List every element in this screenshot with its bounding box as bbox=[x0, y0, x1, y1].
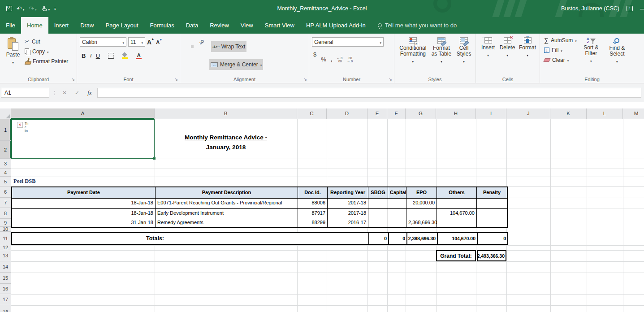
table-cell[interactable] bbox=[368, 199, 388, 209]
formula-bar-splitter[interactable]: ⋮ bbox=[52, 90, 57, 96]
enter-icon[interactable]: ✓ bbox=[72, 90, 82, 96]
table-cell[interactable]: Remedy Agreements bbox=[156, 219, 298, 227]
table-cell[interactable]: 31-Jan-18 bbox=[12, 219, 156, 227]
table-cell[interactable] bbox=[477, 219, 507, 227]
align-left-button[interactable] bbox=[183, 63, 186, 66]
table-cell[interactable]: 104,670.00 bbox=[437, 209, 477, 219]
row-header-8[interactable]: 8 bbox=[0, 208, 11, 219]
tab-smart-view[interactable]: Smart View bbox=[259, 17, 300, 34]
align-middle-button[interactable] bbox=[187, 45, 190, 48]
insert-function-icon[interactable]: fx bbox=[85, 89, 94, 96]
row-header-12[interactable]: 12 bbox=[0, 245, 11, 250]
row-header-1[interactable]: 1 bbox=[0, 119, 11, 141]
ribbon-display-options-icon[interactable]: ↑ bbox=[627, 6, 633, 11]
row-header-15[interactable]: 15 bbox=[0, 273, 11, 284]
tab-data[interactable]: Data bbox=[180, 17, 204, 34]
tab-home[interactable]: Home bbox=[21, 17, 48, 34]
sort-filter-button[interactable]: AZ Sort & Filter bbox=[578, 35, 604, 66]
number-dialog-launcher[interactable] bbox=[389, 77, 392, 82]
table-cell[interactable] bbox=[437, 219, 477, 227]
board-name-cell[interactable]: Peel DSB bbox=[13, 178, 36, 185]
increase-indent-button[interactable] bbox=[202, 63, 204, 66]
touch-mode-icon[interactable] bbox=[41, 5, 50, 12]
table-cell[interactable] bbox=[388, 199, 406, 209]
tab-hp-alm-upload-add-in[interactable]: HP ALM Upload Add-in bbox=[300, 17, 372, 34]
format-painter-button[interactable]: Format Painter bbox=[23, 56, 69, 66]
row-header-10[interactable]: 10 bbox=[0, 227, 11, 232]
align-top-button[interactable] bbox=[183, 45, 186, 48]
document-title-cell[interactable]: Monthly Remittance Advice - January, 201… bbox=[155, 133, 297, 152]
row-header-4[interactable]: 4 bbox=[0, 169, 11, 177]
tab-formulas[interactable]: Formulas bbox=[144, 17, 180, 34]
column-header-i[interactable]: I bbox=[476, 108, 506, 119]
row-header-11[interactable]: 11 bbox=[0, 232, 11, 245]
wrap-text-button[interactable]: ab↩ Wrap Text bbox=[211, 41, 246, 52]
tab-page-layout[interactable]: Page Layout bbox=[100, 17, 144, 34]
clipboard-dialog-launcher[interactable] bbox=[71, 77, 75, 82]
shrink-font-button[interactable]: A▼ bbox=[156, 39, 162, 45]
fill-button[interactable]: ↓Fill bbox=[543, 45, 578, 55]
totals-value-cell[interactable]: 2,388,696.30 bbox=[406, 233, 437, 244]
name-box[interactable]: A1 bbox=[1, 88, 49, 98]
totals-value-cell[interactable]: 104,670.00 bbox=[437, 233, 477, 244]
column-header-l[interactable]: L bbox=[587, 108, 623, 119]
worksheet-grid[interactable]: ABCDEFGHIJKLM 12345678910111213141516171… bbox=[0, 108, 644, 312]
tab-draw[interactable]: Draw bbox=[74, 17, 99, 34]
row-header-5[interactable]: 5 bbox=[0, 177, 11, 186]
row-header-14[interactable]: 14 bbox=[0, 261, 11, 273]
table-cell[interactable] bbox=[437, 199, 477, 209]
decrease-decimal-icon[interactable]: .00 →.0 bbox=[347, 56, 353, 63]
undo-icon[interactable]: ↶ bbox=[17, 5, 24, 12]
alignment-dialog-launcher[interactable] bbox=[303, 77, 307, 82]
customize-qat-icon[interactable]: ▾ bbox=[54, 7, 56, 11]
table-cell[interactable]: 88006 bbox=[298, 199, 328, 209]
decrease-indent-button[interactable] bbox=[198, 63, 200, 66]
font-name-combo[interactable]: Calibri bbox=[80, 37, 126, 47]
column-header-a[interactable]: A bbox=[11, 108, 155, 119]
minimize-icon[interactable]: — bbox=[640, 5, 644, 12]
align-center-button[interactable] bbox=[187, 63, 190, 66]
save-icon[interactable] bbox=[6, 6, 12, 11]
conditional-formatting-button[interactable]: Conditional Formatting bbox=[397, 35, 429, 66]
table-cell[interactable]: 87917 bbox=[298, 209, 328, 219]
font-size-combo[interactable]: 11 bbox=[128, 37, 145, 47]
orientation-button[interactable]: ab bbox=[198, 37, 205, 56]
column-header-d[interactable]: D bbox=[327, 108, 367, 119]
table-header-cell[interactable]: SBOG bbox=[368, 187, 388, 199]
row-header-17[interactable]: 17 bbox=[0, 294, 11, 305]
totals-value-cell[interactable]: 0 bbox=[477, 233, 507, 244]
row-header-18[interactable]: 18 bbox=[0, 305, 11, 312]
formula-input[interactable] bbox=[97, 88, 641, 98]
column-header-g[interactable]: G bbox=[406, 108, 436, 119]
copy-button[interactable]: Copy bbox=[23, 47, 69, 56]
table-cell[interactable] bbox=[477, 209, 507, 219]
row-header-13[interactable]: 13 bbox=[0, 250, 11, 261]
grow-font-button[interactable]: A▲ bbox=[147, 39, 154, 46]
table-header-cell[interactable]: Capital bbox=[388, 187, 406, 199]
find-select-button[interactable]: Find & Select bbox=[604, 35, 630, 66]
table-cell[interactable]: 18-Jan-18 bbox=[12, 209, 156, 219]
table-cell[interactable]: 2016-17 bbox=[328, 219, 368, 227]
increase-decimal-icon[interactable]: ←.0 .00 bbox=[337, 56, 342, 63]
column-header-c[interactable]: C bbox=[297, 108, 327, 119]
grand-total-value-cell[interactable]: 2,493,366.30 bbox=[477, 250, 506, 261]
font-dialog-launcher[interactable] bbox=[174, 77, 178, 82]
totals-value-cell[interactable]: 0 bbox=[388, 233, 406, 244]
column-header-k[interactable]: K bbox=[550, 108, 587, 119]
table-header-cell[interactable]: EPO bbox=[406, 187, 437, 199]
row-header-6[interactable]: 6 bbox=[0, 186, 11, 198]
merge-center-button[interactable]: ↔ Merge & Center bbox=[209, 59, 263, 70]
table-cell[interactable] bbox=[406, 209, 437, 219]
bold-button[interactable]: B bbox=[82, 52, 86, 59]
number-format-combo[interactable]: General bbox=[312, 37, 384, 47]
tab-insert[interactable]: Insert bbox=[48, 17, 75, 34]
totals-label-cell[interactable]: Totals: bbox=[12, 233, 368, 244]
align-bottom-button[interactable] bbox=[191, 45, 194, 48]
table-cell[interactable]: 20,000.00 bbox=[406, 199, 437, 209]
tab-review[interactable]: Review bbox=[204, 17, 235, 34]
align-right-button[interactable] bbox=[191, 63, 194, 66]
row-header-7[interactable]: 7 bbox=[0, 198, 11, 208]
format-cells-button[interactable]: Format bbox=[517, 35, 538, 60]
table-header-cell[interactable]: Doc Id. bbox=[298, 187, 328, 199]
autosum-button[interactable]: ∑AutoSum bbox=[543, 35, 578, 45]
